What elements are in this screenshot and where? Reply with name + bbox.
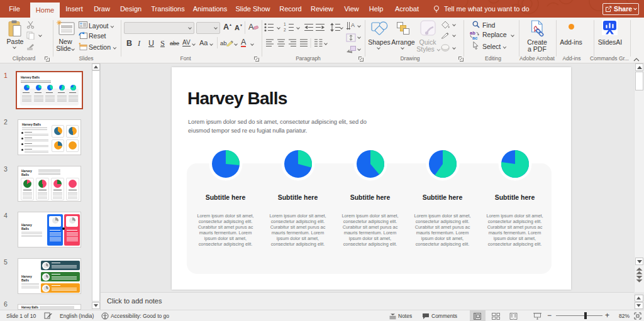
svg-text:ac: ac xyxy=(472,35,477,40)
svg-text:2: 2 xyxy=(284,28,286,32)
svg-text:1: 1 xyxy=(284,23,286,26)
svg-text:A: A xyxy=(351,22,355,28)
